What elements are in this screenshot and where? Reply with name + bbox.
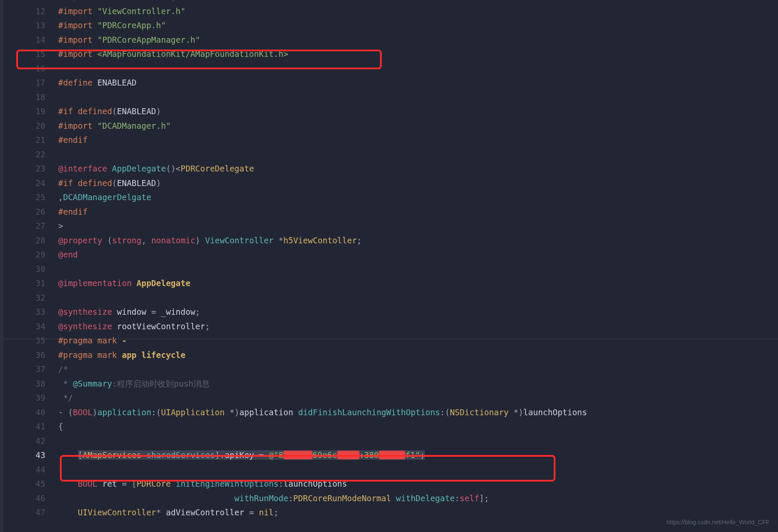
- token: @synthesize: [58, 307, 112, 316]
- code-line[interactable]: 28@property (strong, nonatomic) ViewCont…: [3, 235, 778, 250]
- token: [391, 494, 396, 503]
- token: AppDelegate: [137, 278, 190, 288]
- token: =: [146, 307, 161, 316]
- code-line[interactable]: 42: [3, 436, 778, 450]
- line-content[interactable]: #import "DCADManager.h": [58, 121, 778, 131]
- token: [142, 450, 146, 460]
- code-line[interactable]: 31@implementation AppDelegate: [3, 278, 778, 293]
- code-line[interactable]: 30: [3, 264, 778, 278]
- code-line[interactable]: 23@interface AppDelegate()<PDRCoreDelega…: [3, 163, 778, 178]
- code-line[interactable]: 34@synthesize rootViewController;: [3, 321, 778, 336]
- token: apiKey: [225, 450, 254, 460]
- code-line[interactable]: 18: [3, 92, 778, 106]
- line-content[interactable]: - (BOOL)application:(UIApplication *)app…: [58, 407, 778, 418]
- line-content[interactable]: #import "ViewController.h": [58, 6, 778, 17]
- line-content[interactable]: #import "PDRCommonString.h": [58, 0, 778, 2]
- line-content[interactable]: #import "PDRCoreAppManager.h": [58, 35, 778, 45]
- code-line[interactable]: 21#endif: [3, 135, 778, 149]
- token: #import: [58, 35, 98, 44]
- line-content[interactable]: #endif: [58, 207, 778, 217]
- line-content[interactable]: @implementation AppDelegate: [58, 278, 778, 289]
- code-line[interactable]: 27>: [3, 221, 778, 235]
- line-number: 14: [3, 35, 58, 45]
- token: strong: [112, 236, 142, 245]
- line-content[interactable]: withRunMode:PDRCoreRunModeNormal withDel…: [58, 493, 778, 504]
- line-content[interactable]: @property (strong, nonatomic) ViewContro…: [58, 235, 778, 246]
- line-content[interactable]: #endif: [58, 135, 778, 145]
- line-content[interactable]: #if defined(ENABLEAD): [58, 178, 778, 189]
- code-line[interactable]: 19#if defined(ENABLEAD): [3, 106, 778, 121]
- code-line[interactable]: 38 * @Summary:程序启动时收到push消息: [3, 378, 778, 393]
- code-line[interactable]: 35#pragma mark -: [3, 335, 778, 350]
- line-content[interactable]: #import <AMapFoundationKit/AMapFoundatio…: [58, 49, 778, 59]
- line-content[interactable]: >: [58, 221, 778, 231]
- code-line[interactable]: 39 */: [3, 393, 778, 407]
- code-line[interactable]: 14#import "PDRCoreAppManager.h": [3, 35, 778, 49]
- token: 69e6c: [312, 450, 337, 460]
- code-line[interactable]: 43 [AMapServices sharedServices].apiKey …: [3, 450, 778, 464]
- line-number: 46: [3, 493, 58, 504]
- code-line[interactable]: 17#define ENABLEAD: [3, 77, 778, 92]
- token: self: [460, 494, 479, 503]
- token: "ViewController.h": [98, 6, 186, 16]
- code-line[interactable]: 24#if defined(ENABLEAD): [3, 178, 778, 192]
- token: [112, 322, 117, 331]
- token: [107, 164, 112, 173]
- line-content[interactable]: * @Summary:程序启动时收到push消息: [58, 378, 778, 389]
- redacted-span: [337, 451, 359, 459]
- line-number: 39: [3, 393, 58, 403]
- token: AMapServices: [83, 450, 141, 460]
- line-content[interactable]: [AMapServices sharedServices].apiKey = @…: [58, 450, 778, 461]
- code-line[interactable]: 13#import "PDRCoreApp.h": [3, 20, 778, 35]
- token: :(: [151, 408, 161, 417]
- token: #import: [58, 121, 98, 130]
- line-content[interactable]: {: [58, 421, 778, 432]
- token: *: [273, 236, 283, 245]
- token: :程序启动时收到push消息: [112, 379, 210, 388]
- token: [98, 479, 102, 488]
- code-line[interactable]: 36#pragma mark app lifecycle: [3, 350, 778, 364]
- line-content[interactable]: @end: [58, 249, 778, 260]
- code-line[interactable]: 40- (BOOL)application:(UIApplication *)a…: [3, 407, 778, 422]
- code-line[interactable]: 11#import "PDRCommonString.h": [3, 0, 778, 6]
- line-content[interactable]: #define ENABLEAD: [58, 77, 778, 88]
- token: ): [195, 236, 205, 245]
- token: :(: [440, 408, 450, 417]
- code-line[interactable]: 32: [3, 293, 778, 307]
- code-line[interactable]: 45 BOOL ret = [PDRCore initEngineWihtOpt…: [3, 479, 778, 493]
- line-content[interactable]: BOOL ret = [PDRCore initEngineWihtOption…: [58, 479, 778, 489]
- line-content[interactable]: @synthesize window = _window;: [58, 307, 778, 317]
- code-line[interactable]: 20#import "DCADManager.h": [3, 121, 778, 135]
- line-content[interactable]: #import "PDRCoreApp.h": [58, 20, 778, 31]
- line-content[interactable]: @interface AppDelegate()<PDRCoreDelegate: [58, 163, 778, 174]
- line-number: 22: [3, 149, 58, 160]
- line-number: 17: [3, 77, 58, 88]
- code-line[interactable]: 47 UIViewController* adViewController = …: [3, 507, 778, 522]
- line-content[interactable]: /*: [58, 364, 778, 375]
- token: AppDelegate: [112, 164, 166, 173]
- line-number: 25: [3, 192, 58, 203]
- line-content[interactable]: @synthesize rootViewController;: [58, 321, 778, 332]
- line-content[interactable]: #pragma mark app lifecycle: [58, 350, 778, 361]
- code-area[interactable]: 11#import "PDRCommonString.h"12#import "…: [3, 0, 778, 532]
- line-content[interactable]: ,DCADManagerDelgate: [58, 192, 778, 203]
- line-content[interactable]: UIViewController* adViewController = nil…: [58, 507, 778, 518]
- line-content[interactable]: #pragma mark -: [58, 335, 778, 346]
- code-line[interactable]: 16: [3, 63, 778, 78]
- code-line[interactable]: 46 withRunMode:PDRCoreRunModeNormal with…: [3, 493, 778, 508]
- token: ): [156, 178, 161, 188]
- code-line[interactable]: 37/*: [3, 364, 778, 378]
- token: nonatomic: [151, 236, 195, 245]
- token: _window: [161, 307, 195, 316]
- code-line[interactable]: 25,DCADManagerDelgate: [3, 192, 778, 207]
- code-line[interactable]: 41{: [3, 421, 778, 436]
- code-line[interactable]: 26#endif: [3, 207, 778, 221]
- code-line[interactable]: 15#import <AMapFoundationKit/AMapFoundat…: [3, 49, 778, 63]
- code-line[interactable]: 12#import "ViewController.h": [3, 6, 778, 21]
- code-line[interactable]: 22: [3, 149, 778, 164]
- line-content[interactable]: */: [58, 393, 778, 403]
- code-line[interactable]: 44: [3, 464, 778, 479]
- line-content[interactable]: #if defined(ENABLEAD): [58, 106, 778, 117]
- code-line[interactable]: 33@synthesize window = _window;: [3, 307, 778, 321]
- code-line[interactable]: 29@end: [3, 249, 778, 264]
